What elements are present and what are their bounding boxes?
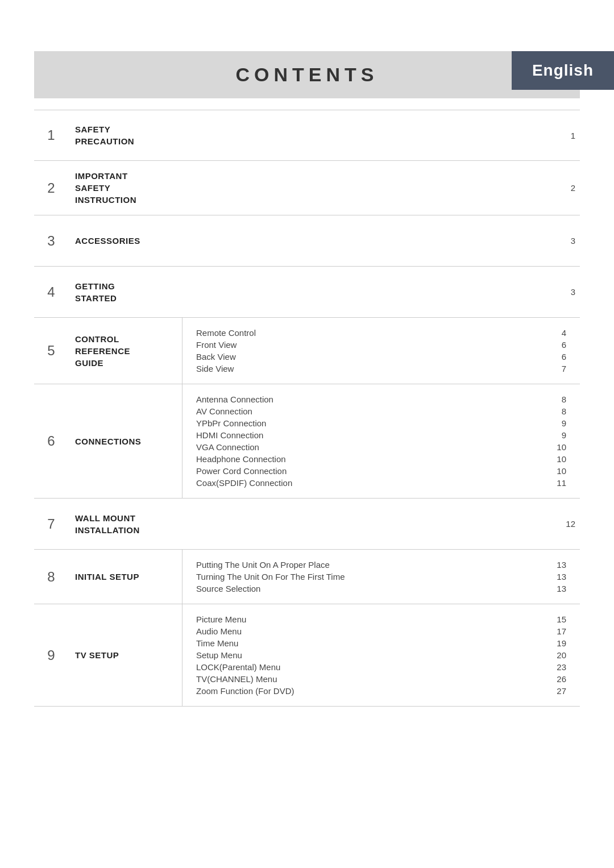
sub-item: Putting The Unit On A Proper Place13 bbox=[196, 559, 566, 571]
sub-item: Antenna Connection8 bbox=[196, 393, 566, 405]
sub-item-text: Turning The Unit On For The First Time bbox=[196, 572, 544, 582]
sub-item-page: 10 bbox=[553, 442, 566, 452]
sub-item-page: 6 bbox=[553, 340, 566, 350]
sub-item: Back View6 bbox=[196, 351, 566, 363]
sub-item-page: 9 bbox=[553, 430, 566, 440]
sub-item-text: YPbPr Connection bbox=[196, 418, 544, 428]
section-sub-col bbox=[182, 110, 557, 160]
sub-item-page: 8 bbox=[553, 394, 566, 404]
sub-item: Remote Control4 bbox=[196, 327, 566, 339]
toc-container: 1SAFETY PRECAUTION12IMPORTANT SAFETY INS… bbox=[0, 110, 614, 707]
sub-item-text: Putting The Unit On A Proper Place bbox=[196, 560, 544, 570]
section-number: 5 bbox=[34, 318, 68, 384]
toc-row: 6CONNECTIONSAntenna Connection8AV Connec… bbox=[34, 384, 580, 499]
header-area: English CONTENTS bbox=[0, 51, 614, 98]
toc-row: 8INITIAL SETUPPutting The Unit On A Prop… bbox=[34, 550, 580, 604]
contents-title: CONTENTS bbox=[236, 64, 379, 85]
toc-row: 4GETTING STARTED3 bbox=[34, 267, 580, 318]
section-label: IMPORTANT SAFETY INSTRUCTION bbox=[68, 161, 182, 215]
sub-item-text: Setup Menu bbox=[196, 650, 544, 660]
sub-item: Coax(SPDIF) Connection11 bbox=[196, 477, 566, 489]
sub-item: Front View6 bbox=[196, 339, 566, 351]
sub-item: Side View7 bbox=[196, 363, 566, 375]
section-sub-col bbox=[182, 215, 557, 266]
sub-item-page: 6 bbox=[553, 352, 566, 362]
toc-row: 1SAFETY PRECAUTION1 bbox=[34, 110, 580, 161]
sub-item-text: Back View bbox=[196, 352, 544, 362]
sub-item: YPbPr Connection9 bbox=[196, 417, 566, 429]
sub-item-text: VGA Connection bbox=[196, 442, 544, 452]
sub-item: Setup Menu20 bbox=[196, 649, 566, 661]
sub-item-page: 7 bbox=[553, 364, 566, 373]
section-sub-col: Remote Control4Front View6Back View6Side… bbox=[182, 318, 580, 384]
sub-item-text: TV(CHANNEL) Menu bbox=[196, 674, 544, 684]
sub-item-text: Headphone Connection bbox=[196, 454, 544, 464]
sub-item-page: 4 bbox=[553, 328, 566, 338]
sub-item-page: 15 bbox=[553, 614, 566, 624]
sub-item-page: 13 bbox=[553, 560, 566, 570]
section-sub-col bbox=[182, 499, 557, 549]
section-number: 9 bbox=[34, 604, 68, 706]
sub-item-text: Remote Control bbox=[196, 328, 544, 338]
section-label: ACCESSORIES bbox=[68, 215, 182, 266]
sub-item-page: 26 bbox=[553, 674, 566, 684]
toc-row: 7WALL MOUNT INSTALLATION12 bbox=[34, 499, 580, 550]
contents-title-bar: CONTENTS bbox=[34, 51, 580, 98]
section-page: 3 bbox=[557, 215, 580, 266]
section-sub-col: Picture Menu15Audio Menu17Time Menu19Set… bbox=[182, 604, 580, 706]
sub-item: Power Cord Connection10 bbox=[196, 465, 566, 477]
sub-item-text: Coax(SPDIF) Connection bbox=[196, 478, 544, 488]
sub-item-page: 19 bbox=[553, 638, 566, 648]
sub-item-page: 20 bbox=[553, 650, 566, 660]
sub-item-page: 9 bbox=[553, 418, 566, 428]
section-label: TV SETUP bbox=[68, 604, 182, 706]
sub-item: Zoom Function (For DVD)27 bbox=[196, 685, 566, 697]
sub-item-text: AV Connection bbox=[196, 406, 544, 416]
section-sub-col: Antenna Connection8AV Connection8YPbPr C… bbox=[182, 384, 580, 498]
toc-row: 9TV SETUPPicture Menu15Audio Menu17Time … bbox=[34, 604, 580, 707]
sub-item-text: LOCK(Parental) Menu bbox=[196, 662, 544, 672]
section-number: 7 bbox=[34, 499, 68, 549]
section-number: 8 bbox=[34, 550, 68, 604]
section-label: INITIAL SETUP bbox=[68, 550, 182, 604]
sub-item-text: Front View bbox=[196, 340, 544, 350]
sub-item: TV(CHANNEL) Menu26 bbox=[196, 673, 566, 685]
sub-item-text: HDMI Connection bbox=[196, 430, 544, 440]
sub-item-page: 11 bbox=[553, 478, 566, 488]
section-number: 1 bbox=[34, 110, 68, 160]
sub-item-page: 23 bbox=[553, 662, 566, 672]
sub-item: Source Selection13 bbox=[196, 583, 566, 595]
sub-item-page: 8 bbox=[553, 406, 566, 416]
sub-item: Picture Menu15 bbox=[196, 613, 566, 625]
section-number: 6 bbox=[34, 384, 68, 498]
sub-item: Time Menu19 bbox=[196, 637, 566, 649]
sub-item: Headphone Connection10 bbox=[196, 453, 566, 465]
sub-item-page: 10 bbox=[553, 466, 566, 476]
sub-item-text: Audio Menu bbox=[196, 626, 544, 636]
section-number: 4 bbox=[34, 267, 68, 317]
section-sub-col bbox=[182, 161, 557, 215]
section-number: 3 bbox=[34, 215, 68, 266]
sub-item-text: Picture Menu bbox=[196, 614, 544, 624]
sub-item: HDMI Connection9 bbox=[196, 429, 566, 441]
section-page: 12 bbox=[557, 499, 580, 549]
sub-item-page: 27 bbox=[553, 686, 566, 696]
sub-item-text: Zoom Function (For DVD) bbox=[196, 686, 544, 696]
sub-item-text: Time Menu bbox=[196, 638, 544, 648]
section-number: 2 bbox=[34, 161, 68, 215]
section-sub-col: Putting The Unit On A Proper Place13Turn… bbox=[182, 550, 580, 604]
toc-row: 3ACCESSORIES3 bbox=[34, 215, 580, 267]
toc-row: 2IMPORTANT SAFETY INSTRUCTION2 bbox=[34, 161, 580, 215]
section-page: 3 bbox=[557, 267, 580, 317]
section-page: 1 bbox=[557, 110, 580, 160]
sub-item-page: 13 bbox=[553, 584, 566, 593]
sub-item: AV Connection8 bbox=[196, 405, 566, 417]
section-page: 2 bbox=[557, 161, 580, 215]
language-badge: English bbox=[512, 51, 614, 90]
sub-item: LOCK(Parental) Menu23 bbox=[196, 661, 566, 673]
sub-item-page: 17 bbox=[553, 626, 566, 636]
sub-item: VGA Connection10 bbox=[196, 441, 566, 453]
sub-item-page: 13 bbox=[553, 572, 566, 582]
toc-row: 5CONTROL REFERENCE GUIDERemote Control4F… bbox=[34, 318, 580, 384]
sub-item-text: Source Selection bbox=[196, 584, 544, 593]
